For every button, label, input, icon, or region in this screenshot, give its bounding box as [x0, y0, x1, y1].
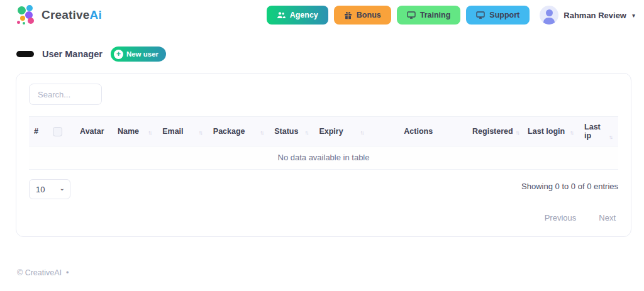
column-avatar: Avatar — [75, 117, 113, 146]
sort-icon[interactable]: ↑↓ — [570, 129, 574, 136]
column-name[interactable]: Name↑↓ — [113, 117, 157, 146]
sort-icon[interactable]: ↑↓ — [304, 129, 309, 136]
plus-icon: + — [114, 50, 123, 59]
empty-row: No data available in table — [29, 146, 618, 170]
brand-logo-icon — [16, 4, 38, 26]
column-email[interactable]: Email↑↓ — [157, 117, 208, 146]
display-icon — [476, 11, 485, 19]
agency-button-label: Agency — [290, 11, 318, 19]
column-expiry[interactable]: Expiry↑↓ — [314, 117, 369, 146]
page-title-row: User Manager + New user — [0, 47, 644, 62]
next-button[interactable]: Next — [599, 213, 616, 222]
copyright-footer: © CreativeAI • — [17, 268, 69, 277]
header-nav: Agency Bonus Training Support — [267, 6, 530, 25]
sort-icon[interactable]: ↑↓ — [199, 129, 203, 136]
page-size-select[interactable]: 10 — [29, 179, 70, 199]
sidebar-toggle[interactable] — [16, 51, 34, 57]
users-icon — [277, 11, 286, 19]
user-menu[interactable]: Rahman Review ▾ — [540, 6, 635, 25]
caret-down-icon: ▾ — [632, 12, 635, 19]
user-table-card: # Avatar Name↑↓ Email↑↓ Package↑↓ Status… — [16, 73, 631, 237]
column-index: # — [29, 117, 48, 146]
bonus-button[interactable]: Bonus — [334, 6, 391, 25]
new-user-button-label: New user — [126, 50, 158, 58]
training-button-label: Training — [420, 11, 451, 19]
sort-icon[interactable]: ↑↓ — [148, 129, 152, 136]
sort-icon[interactable]: ↑↓ — [260, 129, 264, 136]
bonus-button-label: Bonus — [357, 11, 381, 19]
training-button[interactable]: Training — [397, 6, 461, 25]
display-icon — [407, 11, 416, 19]
top-header: CreativeAi Agency Bonus Training Support — [0, 0, 644, 30]
sort-icon[interactable]: ↑↓ — [609, 134, 613, 140]
agency-button[interactable]: Agency — [267, 6, 328, 25]
sort-icon[interactable]: ↑↓ — [516, 129, 520, 136]
user-name: Rahman Review — [564, 11, 626, 20]
search-input[interactable] — [29, 84, 102, 105]
column-select — [48, 117, 75, 146]
column-last-ip[interactable]: Last ip↑↓ — [579, 117, 618, 146]
column-actions: Actions — [370, 117, 468, 146]
column-package[interactable]: Package↑↓ — [208, 117, 269, 146]
pagination: Previous Next — [29, 213, 618, 222]
support-button[interactable]: Support — [466, 6, 530, 25]
empty-message: No data available in table — [29, 146, 618, 170]
table-footer: 10 ⌄ Showing 0 to 0 of 0 entries — [29, 179, 618, 199]
table-header-row: # Avatar Name↑↓ Email↑↓ Package↑↓ Status… — [29, 117, 618, 146]
users-table: # Avatar Name↑↓ Email↑↓ Package↑↓ Status… — [29, 116, 618, 170]
page-title: User Manager — [42, 49, 103, 59]
column-last-login[interactable]: Last login↑↓ — [523, 117, 579, 146]
footer-separator: • — [66, 268, 69, 277]
avatar — [540, 6, 558, 25]
column-status[interactable]: Status↑↓ — [269, 117, 314, 146]
sort-icon[interactable]: ↑↓ — [360, 129, 365, 136]
brand-logo[interactable]: CreativeAi — [16, 4, 102, 26]
select-all-checkbox[interactable] — [53, 127, 62, 136]
new-user-button[interactable]: + New user — [111, 47, 166, 62]
support-button-label: Support — [489, 11, 519, 19]
column-registered[interactable]: Registered↑↓ — [467, 117, 523, 146]
previous-button[interactable]: Previous — [545, 213, 577, 222]
copyright-text: © CreativeAI — [17, 268, 62, 277]
entries-info: Showing 0 to 0 of 0 entries — [521, 179, 618, 191]
gift-icon — [344, 11, 352, 19]
brand-name: CreativeAi — [42, 8, 102, 22]
